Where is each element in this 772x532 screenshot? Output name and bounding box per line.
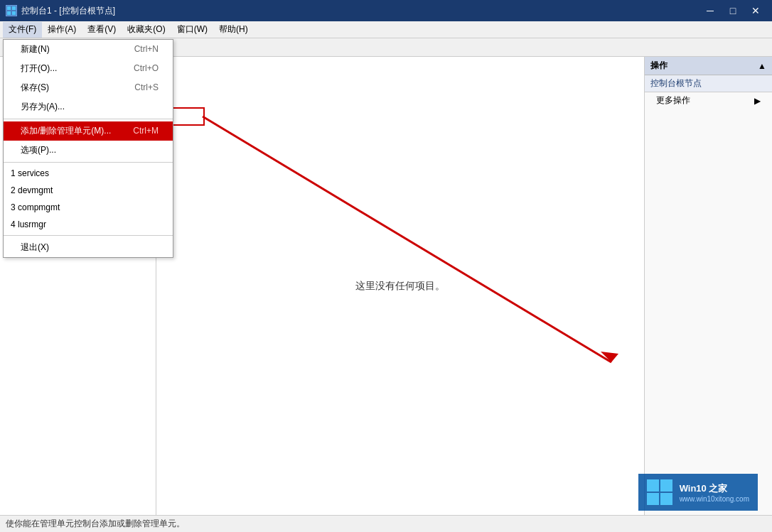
watermark-box: Win10 之家 www.win10xitong.com bbox=[638, 474, 758, 511]
dropdown-item[interactable]: 3 compmgmt bbox=[4, 199, 173, 216]
title-bar-left: 控制台1 - [控制台根节点] bbox=[6, 5, 115, 17]
menu-item-label: 保存(S) bbox=[21, 82, 49, 94]
watermark-url: www.win10xitong.com bbox=[680, 495, 749, 503]
dropdown-item[interactable]: 保存(S)Ctrl+S bbox=[4, 78, 173, 97]
menu-item-label: 打开(O)... bbox=[21, 63, 57, 75]
close-button[interactable]: ✕ bbox=[745, 3, 766, 18]
status-text: 使你能在管理单元控制台添加或删除管理单元。 bbox=[6, 518, 185, 530]
empty-text: 这里没有任何项目。 bbox=[355, 280, 445, 293]
menu-item-label: 3 compmgmt bbox=[11, 202, 60, 212]
menu-item-shortcut: Ctrl+O bbox=[134, 63, 159, 73]
menu-item-shortcut: Ctrl+S bbox=[134, 82, 159, 92]
menu-action[interactable]: 操作(A) bbox=[42, 22, 82, 38]
windows-logo bbox=[647, 479, 672, 505]
collapse-icon[interactable]: ▲ bbox=[758, 61, 766, 71]
right-panel: 操作 ▲ 控制台根节点 更多操作 ▶ bbox=[644, 57, 772, 515]
watermark: Win10 之家 www.win10xitong.com bbox=[638, 474, 758, 511]
more-actions-item[interactable]: 更多操作 ▶ bbox=[645, 92, 772, 109]
status-bar: 使你能在管理单元控制台添加或删除管理单元。 bbox=[0, 515, 772, 532]
menu-item-label: 选项(P)... bbox=[21, 144, 56, 156]
menu-item-shortcut: Ctrl+M bbox=[133, 126, 159, 136]
menu-file[interactable]: 文件(F) 新建(N)Ctrl+N打开(O)...Ctrl+O保存(S)Ctrl… bbox=[3, 22, 42, 38]
menu-item-label: 另存为(A)... bbox=[21, 101, 65, 113]
menu-item-shortcut: Ctrl+N bbox=[134, 44, 159, 54]
menu-item-label: 4 lusrmgr bbox=[11, 219, 46, 229]
app-icon bbox=[6, 5, 17, 16]
svg-rect-3 bbox=[12, 11, 16, 15]
menu-item-label: 新建(N) bbox=[21, 43, 50, 55]
dropdown-item[interactable]: 另存为(A)... bbox=[4, 97, 173, 116]
dropdown-item[interactable]: 添加/删除管理单元(M)...Ctrl+M bbox=[4, 121, 173, 141]
svg-rect-0 bbox=[7, 6, 11, 10]
menu-item-label: 1 services bbox=[11, 168, 49, 178]
window-title: 控制台1 - [控制台根节点] bbox=[21, 5, 115, 17]
menu-favorites[interactable]: 收藏夹(O) bbox=[122, 22, 171, 38]
file-dropdown: 新建(N)Ctrl+N打开(O)...Ctrl+O保存(S)Ctrl+S另存为(… bbox=[3, 39, 173, 258]
right-panel-header: 操作 ▲ bbox=[645, 57, 772, 75]
menu-item-label: 2 devmgmt bbox=[11, 185, 53, 195]
dropdown-item[interactable]: 选项(P)... bbox=[4, 141, 173, 160]
watermark-text-block: Win10 之家 www.win10xitong.com bbox=[680, 482, 749, 503]
menu-separator bbox=[4, 119, 173, 119]
dropdown-item[interactable]: 退出(X) bbox=[4, 238, 173, 257]
right-panel-section: 控制台根节点 bbox=[645, 75, 772, 92]
minimize-button[interactable]: ─ bbox=[699, 3, 721, 18]
maximize-button[interactable]: □ bbox=[722, 3, 744, 18]
title-bar: 控制台1 - [控制台根节点] ─ □ ✕ bbox=[0, 0, 772, 21]
menu-separator bbox=[4, 235, 173, 236]
window-controls: ─ □ ✕ bbox=[699, 3, 766, 18]
menu-bar: 文件(F) 新建(N)Ctrl+N打开(O)...Ctrl+O保存(S)Ctrl… bbox=[0, 21, 772, 38]
menu-window[interactable]: 窗口(W) bbox=[171, 22, 213, 38]
menu-separator bbox=[4, 162, 173, 163]
menu-view[interactable]: 查看(V) bbox=[82, 22, 122, 38]
menu-help[interactable]: 帮助(H) bbox=[213, 22, 254, 38]
dropdown-item[interactable]: 1 services bbox=[4, 165, 173, 182]
menu-item-label: 退出(X) bbox=[21, 241, 49, 254]
watermark-title: Win10 之家 bbox=[680, 482, 749, 495]
dropdown-item[interactable]: 2 devmgmt bbox=[4, 182, 173, 199]
dropdown-item[interactable]: 4 lusrmgr bbox=[4, 216, 173, 233]
dropdown-item[interactable]: 打开(O)...Ctrl+O bbox=[4, 59, 173, 78]
more-actions-arrow: ▶ bbox=[754, 96, 761, 106]
svg-rect-2 bbox=[7, 11, 11, 15]
svg-rect-1 bbox=[12, 6, 16, 10]
center-panel: 这里没有任何项目。 bbox=[156, 57, 644, 515]
right-panel-title: 操作 bbox=[650, 60, 668, 72]
menu-item-label: 添加/删除管理单元(M)... bbox=[21, 125, 111, 137]
dropdown-item[interactable]: 新建(N)Ctrl+N bbox=[4, 40, 173, 59]
